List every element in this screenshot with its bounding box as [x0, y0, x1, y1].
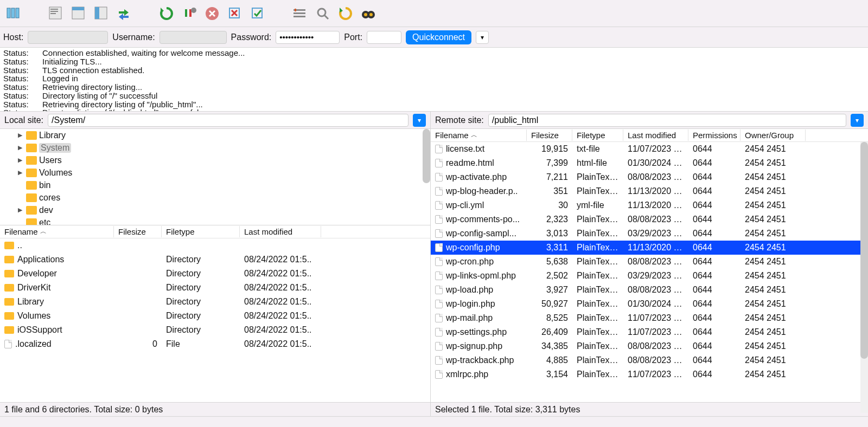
svg-rect-6 — [50, 13, 56, 14]
toggle-remote-tree-icon[interactable] — [91, 3, 112, 24]
site-manager-icon[interactable] — [3, 3, 24, 24]
file-row[interactable]: wp-activate.php7,211PlainTextT..08/08/20… — [431, 170, 868, 184]
compare-icon[interactable] — [335, 3, 356, 24]
host-input[interactable] — [28, 31, 108, 44]
file-owner: 2454 2451 — [741, 200, 806, 210]
disclosure-icon[interactable]: ▶ — [16, 169, 24, 176]
local-file-headers[interactable]: Filename ︿ Filesize Filetype Last modifi… — [0, 225, 430, 238]
file-permissions: 0644 — [688, 186, 741, 196]
tree-item[interactable]: ▶dev — [0, 204, 430, 216]
file-modified: 08/24/2022 01:5.. — [240, 325, 321, 335]
process-queue-icon[interactable] — [179, 3, 200, 24]
remote-path-input[interactable] — [488, 114, 846, 127]
tree-item[interactable]: ▶Volumes — [0, 166, 430, 179]
file-owner: 2454 2451 — [741, 186, 806, 196]
file-row[interactable]: wp-login.php50,927PlainTextT..01/30/2024… — [431, 297, 868, 311]
col-filetype[interactable]: Filetype — [572, 130, 623, 141]
disclosure-icon[interactable]: ▶ — [16, 132, 24, 139]
col-filetype[interactable]: Filetype — [162, 226, 240, 237]
file-row[interactable]: wp-mail.php8,525PlainTextT..11/07/2023 1… — [431, 311, 868, 325]
file-type: txt-file — [572, 144, 623, 154]
file-row[interactable]: wp-cron.php5,638PlainTextT..08/08/2023 1… — [431, 255, 868, 269]
file-row[interactable]: readme.html7,399html-file01/30/2024 1...… — [431, 156, 868, 170]
disconnect-icon[interactable] — [225, 3, 245, 24]
disclosure-icon[interactable]: ▶ — [16, 157, 24, 164]
col-filename[interactable]: Filename — [435, 131, 469, 140]
file-row[interactable]: .localized0File08/24/2022 01:5.. — [0, 337, 430, 351]
file-row[interactable]: DeveloperDirectory08/24/2022 01:5.. — [0, 267, 430, 281]
file-row[interactable]: xmlrpc.php3,154PlainTextT..11/07/2023 1.… — [431, 367, 868, 381]
log-message: Connection established, waiting for welc… — [42, 49, 245, 57]
scrollbar[interactable] — [423, 129, 430, 183]
file-row[interactable]: wp-config-sampl...3,013PlainTextT..03/29… — [431, 227, 868, 241]
file-type: Directory — [162, 269, 240, 279]
file-row[interactable]: LibraryDirectory08/24/2022 01:5.. — [0, 295, 430, 309]
tree-item-label: System — [39, 143, 71, 153]
file-row[interactable]: wp-trackback.php4,885PlainTextT..08/08/2… — [431, 353, 868, 367]
tree-item[interactable]: bin — [0, 179, 430, 191]
file-row[interactable]: iOSSupportDirectory08/24/2022 01:5.. — [0, 323, 430, 337]
file-modified: 11/07/2023 1... — [623, 144, 688, 154]
quickconnect-dropdown[interactable]: ▾ — [476, 31, 489, 44]
file-icon — [435, 271, 443, 280]
col-filesize[interactable]: Filesize — [527, 130, 572, 141]
remote-file-list[interactable]: license.txt19,915txt-file11/07/2023 1...… — [431, 142, 868, 402]
remote-path-dropdown[interactable]: ▾ — [851, 114, 864, 127]
tree-item[interactable]: etc — [0, 216, 430, 225]
file-row[interactable]: wp-links-opml.php2,502PlainTextT..03/29/… — [431, 269, 868, 283]
reconnect-icon[interactable] — [247, 3, 268, 24]
file-row[interactable]: DriverKitDirectory08/24/2022 01:5.. — [0, 281, 430, 295]
cancel-icon[interactable] — [202, 3, 222, 24]
refresh-icon[interactable] — [156, 3, 177, 24]
file-row[interactable]: wp-config.php3,311PlainTextT..11/13/2020… — [431, 241, 868, 255]
file-size: 19,915 — [527, 144, 572, 154]
file-row[interactable]: wp-settings.php26,409PlainTextT..11/07/2… — [431, 325, 868, 339]
disclosure-icon[interactable]: ▶ — [16, 206, 24, 214]
col-filename[interactable]: Filename — [4, 227, 38, 236]
port-input[interactable] — [367, 31, 401, 44]
col-permissions[interactable]: Permissions — [688, 130, 741, 141]
svg-rect-18 — [295, 9, 296, 11]
filter-icon[interactable] — [290, 3, 310, 24]
disclosure-icon[interactable]: ▶ — [16, 144, 24, 151]
toggle-queue-icon[interactable] — [114, 3, 135, 24]
file-name: .. — [17, 241, 22, 250]
tree-item[interactable]: cores — [0, 191, 430, 204]
col-owner[interactable]: Owner/Group — [741, 130, 806, 141]
tree-item[interactable]: ▶System — [0, 141, 430, 154]
tree-item[interactable]: ▶Users — [0, 154, 430, 166]
file-row[interactable]: wp-cli.yml30yml-file11/13/2020 0...06442… — [431, 198, 868, 212]
file-size: 2,502 — [527, 271, 572, 281]
col-modified[interactable]: Last modified — [623, 130, 688, 141]
log-label: Status: — [3, 92, 31, 100]
toggle-log-icon[interactable] — [46, 3, 66, 24]
file-row[interactable]: wp-comments-po...2,323PlainTextT..08/08/… — [431, 212, 868, 227]
sort-asc-icon: ︿ — [471, 131, 477, 140]
col-modified[interactable]: Last modified — [240, 226, 321, 237]
file-row[interactable]: license.txt19,915txt-file11/07/2023 1...… — [431, 142, 868, 156]
local-tree[interactable]: ▶Library▶System▶Users▶Volumesbincores▶de… — [0, 129, 430, 225]
file-permissions: 0644 — [688, 158, 741, 168]
file-row[interactable]: VolumesDirectory08/24/2022 01:5.. — [0, 309, 430, 323]
binoculars-icon[interactable] — [358, 3, 379, 24]
file-row[interactable]: wp-signup.php34,385PlainTextT..08/08/202… — [431, 339, 868, 353]
file-row[interactable]: .. — [0, 238, 430, 253]
tree-item[interactable]: ▶Library — [0, 129, 430, 141]
local-path-input[interactable] — [48, 114, 409, 127]
local-file-list[interactable]: ..ApplicationsDirectory08/24/2022 01:5..… — [0, 238, 430, 402]
search-icon[interactable] — [312, 3, 333, 24]
file-row[interactable]: ApplicationsDirectory08/24/2022 01:5.. — [0, 253, 430, 267]
file-row[interactable]: wp-load.php3,927PlainTextT..08/08/2023 1… — [431, 283, 868, 297]
toggle-local-tree-icon[interactable] — [68, 3, 89, 24]
local-path-dropdown[interactable]: ▾ — [413, 114, 426, 127]
file-modified: 08/08/2023 1... — [623, 355, 688, 365]
file-row[interactable]: wp-blog-header.p..351PlainTextT..11/13/2… — [431, 184, 868, 198]
quickconnect-button[interactable]: Quickconnect — [406, 30, 471, 44]
file-permissions: 0644 — [688, 243, 741, 253]
remote-file-headers[interactable]: Filename ︿ Filesize Filetype Last modifi… — [431, 129, 868, 142]
col-filesize[interactable]: Filesize — [114, 226, 162, 237]
username-input[interactable] — [159, 31, 227, 44]
scrollbar[interactable] — [860, 142, 868, 413]
file-icon — [435, 370, 443, 379]
password-input[interactable] — [276, 31, 340, 44]
